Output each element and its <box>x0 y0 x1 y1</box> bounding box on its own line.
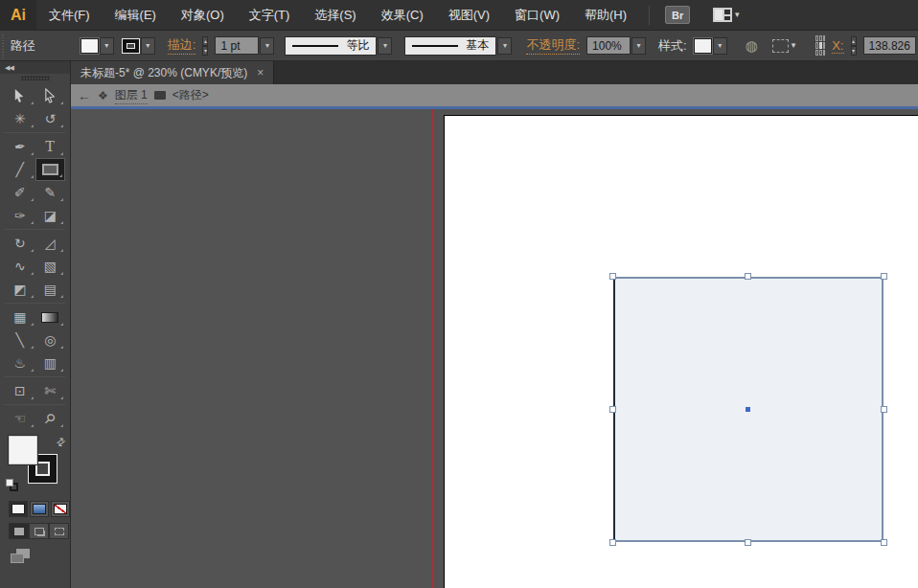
stroke-color-dropdown[interactable]: ▾ <box>141 37 155 55</box>
menu-edit[interactable]: 编辑(E) <box>103 0 169 31</box>
recolor-artwork-icon[interactable]: ◍ <box>746 37 758 55</box>
panel-grip[interactable] <box>0 31 4 60</box>
opacity-field[interactable]: 100% <box>586 36 631 55</box>
x-coordinate-field[interactable]: 138.826 <box>863 36 916 55</box>
pen-tool[interactable]: ✒ <box>5 135 35 158</box>
menu-effect[interactable]: 效果(C) <box>369 0 436 31</box>
selection-handle-sw[interactable] <box>609 539 616 546</box>
rectangle-tool[interactable] <box>35 158 66 181</box>
gradient-button[interactable] <box>30 501 49 517</box>
reference-point-locator[interactable] <box>815 35 825 56</box>
line-segment-tool[interactable]: ╱ <box>5 158 35 181</box>
rotate-tool[interactable]: ↻ <box>5 232 35 255</box>
hand-tool[interactable]: ☜ <box>5 407 35 430</box>
draw-inside-button[interactable] <box>49 523 69 539</box>
stroke-weight-dropdown[interactable]: ▾ <box>260 37 274 55</box>
selection-handle-ne[interactable] <box>881 273 887 280</box>
pencil-tool[interactable]: ✎ <box>35 181 66 204</box>
default-fill-stroke-button[interactable] <box>6 479 18 491</box>
menu-select[interactable]: 选择(S) <box>302 0 368 31</box>
none-button[interactable] <box>51 501 70 517</box>
opacity-dropdown[interactable]: ▾ <box>631 37 646 55</box>
menu-help[interactable]: 帮助(H) <box>572 0 639 31</box>
menu-type[interactable]: 文字(T) <box>237 0 303 31</box>
selection-handle-nw[interactable] <box>609 273 616 280</box>
width-profile-select[interactable]: 等比 <box>285 36 377 56</box>
screen-mode-button[interactable] <box>0 539 70 564</box>
width-tool[interactable]: ∿ <box>5 255 35 278</box>
selection-handle-s[interactable] <box>745 539 751 546</box>
swap-fill-stroke-icon[interactable]: ⇄ <box>54 435 68 450</box>
stepper-down-icon[interactable]: ▾ <box>851 46 857 56</box>
anchor-center-point[interactable] <box>746 407 750 412</box>
fill-proxy-swatch[interactable] <box>9 436 37 464</box>
stroke-panel-link[interactable]: 描边: <box>168 36 196 55</box>
graphic-style-dropdown[interactable]: ▾ <box>713 37 727 55</box>
stepper-up-icon[interactable]: ▴ <box>202 36 208 46</box>
fill-color-swatch[interactable] <box>80 38 99 54</box>
zoom-tool[interactable]: ⚲ <box>35 407 66 430</box>
draw-behind-button[interactable] <box>29 523 49 539</box>
menu-file[interactable]: 文件(F) <box>36 0 103 31</box>
stroke-weight-field[interactable]: 1 pt <box>215 36 259 55</box>
slice-tool[interactable]: ✄ <box>35 379 66 402</box>
draw-normal-button[interactable] <box>9 523 29 539</box>
stroke-weight-stepper[interactable]: ▴ ▾ <box>202 36 208 56</box>
selection-handle-w[interactable] <box>609 406 616 413</box>
perspective-grid-tool[interactable]: ▤ <box>35 278 66 301</box>
blend-tool[interactable]: ◎ <box>35 328 66 351</box>
menu-view[interactable]: 视图(V) <box>436 0 502 31</box>
menu-object[interactable]: 对象(O) <box>169 0 237 31</box>
selection-handle-e[interactable] <box>881 406 887 413</box>
arrange-documents-button[interactable]: ▾ <box>713 8 740 22</box>
stepper-down-icon[interactable]: ▾ <box>202 46 208 56</box>
select-similar-button[interactable]: ▾ <box>772 39 796 53</box>
menu-window[interactable]: 窗口(W) <box>502 0 572 31</box>
stepper-up-icon[interactable]: ▴ <box>851 36 857 46</box>
free-transform-tool[interactable]: ▧ <box>35 255 66 278</box>
document-tab[interactable]: 未标题-5* @ 230% (CMYK/预览) × <box>71 61 274 84</box>
x-coordinate-stepper[interactable]: ▴ ▾ <box>851 36 857 56</box>
canvas[interactable] <box>71 109 918 588</box>
bridge-button[interactable]: Br <box>665 6 690 24</box>
selection-tool[interactable] <box>5 84 35 107</box>
direct-selection-tool[interactable] <box>35 84 66 107</box>
tools-panel-collapse-button[interactable]: ◀◀ <box>0 61 70 74</box>
shape-builder-tool[interactable]: ◩ <box>5 278 35 301</box>
exit-isolation-back-icon[interactable]: ← <box>78 89 91 102</box>
isolation-layer-breadcrumb[interactable]: 图层 1 <box>115 87 148 104</box>
width-profile-value: 等比 <box>346 37 369 54</box>
symbol-sprayer-tool[interactable]: ♨ <box>5 351 35 374</box>
selected-rectangle[interactable] <box>613 277 884 542</box>
blob-brush-icon: ✑ <box>14 208 26 223</box>
tools-panel: ◀◀ ✳ ↺ ✒ T ╱ ✐ ✎ ✑ ◪ <box>0 61 71 588</box>
color-button[interactable] <box>9 501 28 517</box>
width-profile-dropdown[interactable]: ▾ <box>378 37 392 55</box>
fill-color-dropdown[interactable]: ▾ <box>100 37 114 55</box>
type-tool[interactable]: T <box>35 135 66 158</box>
close-icon[interactable]: × <box>257 67 264 79</box>
gradient-tool[interactable] <box>35 305 66 328</box>
tools-panel-grip[interactable] <box>0 74 70 82</box>
eraser-tool[interactable]: ◪ <box>35 204 66 227</box>
x-coordinate-label[interactable]: X: <box>832 38 843 54</box>
chevron-down-icon: ▾ <box>637 41 641 50</box>
mesh-tool[interactable]: ▦ <box>5 305 35 328</box>
eraser-icon: ◪ <box>44 208 57 223</box>
app-logo[interactable]: Ai <box>0 0 36 31</box>
artboard-tool[interactable]: ⊡ <box>5 379 35 402</box>
stroke-color-swatch[interactable] <box>122 38 140 54</box>
scale-tool[interactable]: ◿ <box>35 232 66 255</box>
paintbrush-tool[interactable]: ✐ <box>5 181 35 204</box>
brush-definition-select[interactable]: 基本 <box>404 36 496 56</box>
blob-brush-tool[interactable]: ✑ <box>5 204 35 227</box>
lasso-tool[interactable]: ↺ <box>35 107 66 130</box>
column-graph-tool[interactable]: ▥ <box>35 351 66 374</box>
magic-wand-tool[interactable]: ✳ <box>5 107 35 130</box>
graphic-style-swatch[interactable] <box>694 38 712 54</box>
selection-handle-se[interactable] <box>881 539 887 546</box>
opacity-panel-link[interactable]: 不透明度: <box>526 36 580 55</box>
brush-definition-dropdown[interactable]: ▾ <box>497 37 512 55</box>
selection-handle-n[interactable] <box>745 273 751 280</box>
eyedropper-tool[interactable]: ╲ <box>5 328 35 351</box>
